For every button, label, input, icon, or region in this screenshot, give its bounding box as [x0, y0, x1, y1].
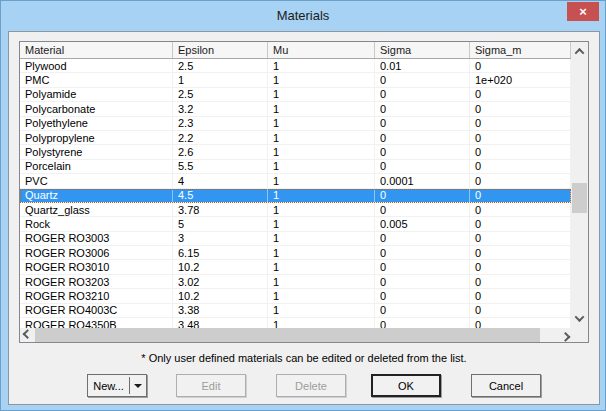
dialog-content: Material Epsilon Mu Sigma Sigma_m Plywoo… — [8, 31, 600, 405]
cell-sigma: 0.0001 — [375, 174, 470, 187]
cancel-button[interactable]: Cancel — [471, 374, 541, 397]
cell-mu: 1 — [268, 189, 375, 202]
table-row[interactable]: PMC1101e+020 — [20, 73, 571, 87]
table-header: Material Epsilon Mu Sigma Sigma_m — [20, 42, 571, 59]
table-row[interactable]: ROGER RO301010.2100 — [20, 260, 571, 274]
cell-mu: 1 — [268, 275, 375, 288]
cell-sigma: 0 — [375, 88, 470, 101]
cell-epsilon: 3.48 — [173, 318, 268, 328]
scroll-up-button[interactable] — [571, 44, 588, 59]
vertical-scrollbar[interactable] — [571, 42, 588, 328]
cell-mu: 1 — [268, 59, 375, 72]
new-button-label: New... — [88, 380, 129, 392]
column-header-epsilon[interactable]: Epsilon — [173, 42, 268, 58]
cell-material: ROGER RO3210 — [20, 289, 173, 302]
cell-material: Quartz — [20, 189, 173, 202]
cell-sigma-m: 0 — [470, 88, 571, 101]
table-row[interactable]: ROGER RO30066.15100 — [20, 246, 571, 260]
table-row[interactable]: Polystyrene2.6100 — [20, 145, 571, 159]
ok-button[interactable]: OK — [371, 374, 441, 397]
horizontal-scrollbar[interactable] — [20, 328, 571, 342]
cell-epsilon: 5 — [173, 217, 268, 230]
delete-button[interactable]: Delete — [276, 374, 346, 397]
cell-sigma: 0 — [375, 318, 470, 328]
cell-sigma: 0 — [375, 73, 470, 86]
materials-dialog: Materials × Material Epsilon Mu Sigma Si… — [0, 0, 606, 411]
table-body: Plywood2.510.010PMC1101e+020Polyamide2.5… — [20, 59, 571, 328]
cell-mu: 1 — [268, 102, 375, 115]
scroll-down-button[interactable] — [571, 311, 588, 326]
cell-sigma: 0 — [375, 246, 470, 259]
scroll-left-button[interactable] — [20, 328, 34, 342]
cell-mu: 1 — [268, 217, 375, 230]
cell-sigma-m: 0 — [470, 131, 571, 144]
cell-sigma-m: 1e+020 — [470, 73, 571, 86]
table-row[interactable]: ROGER RO30033100 — [20, 232, 571, 246]
materials-table: Material Epsilon Mu Sigma Sigma_m Plywoo… — [19, 41, 589, 343]
cell-sigma-m: 0 — [470, 260, 571, 273]
cell-mu: 1 — [268, 117, 375, 130]
cell-mu: 1 — [268, 246, 375, 259]
cell-sigma-m: 0 — [470, 117, 571, 130]
new-dropdown-button[interactable] — [130, 384, 146, 388]
cell-mu: 1 — [268, 203, 375, 216]
table-row[interactable]: Polyethylene2.3100 — [20, 117, 571, 131]
cell-material: Porcelain — [20, 160, 173, 173]
cell-sigma-m: 0 — [470, 160, 571, 173]
cell-sigma: 0 — [375, 232, 470, 245]
cell-mu: 1 — [268, 304, 375, 317]
cell-sigma-m: 0 — [470, 203, 571, 216]
cell-material: Polyamide — [20, 88, 173, 101]
table-row[interactable]: Polyamide2.5100 — [20, 88, 571, 102]
cell-epsilon: 3 — [173, 232, 268, 245]
table-row[interactable]: ROGER RO32033.02100 — [20, 275, 571, 289]
cell-sigma-m: 0 — [470, 318, 571, 328]
cell-sigma-m: 0 — [470, 189, 571, 202]
cell-sigma-m: 0 — [470, 275, 571, 288]
close-button[interactable]: × — [567, 2, 599, 21]
cell-epsilon: 2.5 — [173, 88, 268, 101]
horizontal-scroll-thumb[interactable] — [35, 328, 540, 342]
cell-material: Plywood — [20, 59, 173, 72]
table-row[interactable]: PVC410.00010 — [20, 174, 571, 188]
chevron-right-icon — [560, 331, 570, 341]
cell-mu: 1 — [268, 174, 375, 187]
cell-material: ROGER RO4003C — [20, 304, 173, 317]
cell-mu: 1 — [268, 131, 375, 144]
table-row[interactable]: Quartz4.5100 — [20, 189, 571, 203]
cell-sigma: 0 — [375, 160, 470, 173]
table-row[interactable]: Polypropylene2.2100 — [20, 131, 571, 145]
cell-epsilon: 3.38 — [173, 304, 268, 317]
cell-material: PVC — [20, 174, 173, 187]
edit-button[interactable]: Edit — [176, 374, 246, 397]
column-header-sigma-m[interactable]: Sigma_m — [470, 42, 571, 58]
table-row[interactable]: Porcelain5.5100 — [20, 160, 571, 174]
table-row[interactable]: ROGER RO4003C3.38100 — [20, 304, 571, 318]
cell-epsilon: 2.5 — [173, 59, 268, 72]
table-row[interactable]: ROGER RO321010.2100 — [20, 289, 571, 303]
table-row[interactable]: Polycarbonate3.2100 — [20, 102, 571, 116]
cell-sigma: 0 — [375, 203, 470, 216]
new-button[interactable]: New... — [87, 374, 147, 397]
column-header-material[interactable]: Material — [20, 42, 173, 58]
cell-material: Quartz_glass — [20, 203, 173, 216]
table-row[interactable]: Quartz_glass3.78100 — [20, 203, 571, 217]
cell-epsilon: 2.2 — [173, 131, 268, 144]
cell-material: ROGER RO3006 — [20, 246, 173, 259]
cell-sigma-m: 0 — [470, 246, 571, 259]
vertical-scroll-thumb[interactable] — [572, 183, 587, 213]
table-row[interactable]: ROGER RO4350B3.48100 — [20, 318, 571, 328]
column-header-mu[interactable]: Mu — [268, 42, 375, 58]
table-row[interactable]: Plywood2.510.010 — [20, 59, 571, 73]
cell-sigma: 0 — [375, 117, 470, 130]
cell-epsilon: 6.15 — [173, 246, 268, 259]
cell-sigma: 0 — [375, 289, 470, 302]
cell-sigma: 0 — [375, 260, 470, 273]
table-row[interactable]: Rock510.0050 — [20, 217, 571, 231]
cell-material: ROGER RO3203 — [20, 275, 173, 288]
column-header-sigma[interactable]: Sigma — [375, 42, 470, 58]
cell-sigma-m: 0 — [470, 59, 571, 72]
cell-sigma: 0 — [375, 189, 470, 202]
title-bar[interactable]: Materials × — [1, 1, 605, 31]
scroll-right-button[interactable] — [558, 328, 572, 342]
